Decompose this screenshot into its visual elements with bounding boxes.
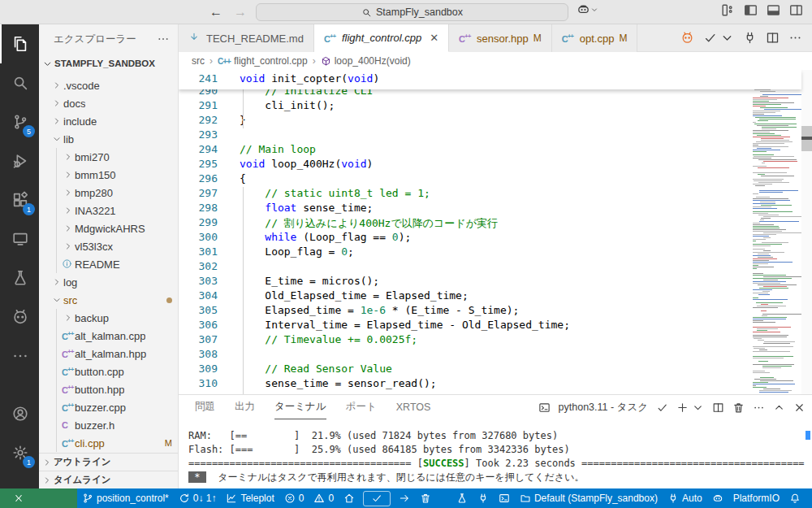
statusbar-pio-build[interactable] [363, 491, 391, 506]
tab-flight_control.cpp[interactable]: C++flight_control.cpp✕ [314, 24, 449, 52]
panel-tab-問題[interactable]: 問題 [195, 395, 215, 419]
terminal-task-label[interactable]: python3.11 - タスク [559, 401, 648, 415]
activity-search[interactable] [0, 63, 39, 102]
activity-settings[interactable]: 1 [0, 433, 39, 472]
tree-item-cli.cpp[interactable]: C++cli.cppM [39, 434, 179, 452]
activity-source-control[interactable]: 5 [0, 102, 39, 141]
section-タイムライン[interactable]: タイムライン [39, 471, 179, 488]
statusbar-pio-env[interactable]: Default (StampFly_sandbox) [515, 488, 663, 508]
panel-tab-ポート[interactable]: ポート [346, 395, 377, 419]
statusbar-git-sync[interactable]: 0↓ 1↑ [174, 488, 222, 508]
tree-item-docs[interactable]: docs [39, 94, 179, 112]
statusbar-pio-home[interactable] [339, 488, 360, 508]
forward-arrow-icon[interactable]: → [234, 5, 247, 20]
activity-remote-explorer[interactable] [0, 219, 39, 258]
ellipsis-icon[interactable] [753, 402, 765, 414]
breadcrumb[interactable]: src›C++flight_control.cpp›loop_400Hz(voi… [179, 52, 812, 70]
back-arrow-icon[interactable]: ← [209, 5, 222, 20]
panel-right-icon[interactable] [788, 2, 804, 18]
copilot-menu[interactable] [577, 2, 598, 16]
plug-icon[interactable] [743, 31, 757, 45]
more-actions-icon[interactable] [157, 33, 170, 46]
tree-item-buzzer.h[interactable]: Cbuzzer.h [39, 416, 179, 434]
tab-modified-badge: M [619, 33, 627, 44]
plus-icon[interactable] [676, 402, 689, 414]
chevron-down-icon [50, 134, 63, 144]
line-number: 294 [179, 143, 218, 158]
tree-item-bmi270[interactable]: bmi270 [39, 148, 179, 166]
tree-item-bmm150[interactable]: bmm150 [39, 166, 179, 184]
code-editor[interactable]: 241void init_copter(void) 290 // Initial… [179, 70, 812, 394]
chevron-down-icon[interactable] [692, 402, 704, 414]
activity-extensions[interactable]: 1 [0, 180, 39, 219]
command-center-search[interactable]: StampFly_sandbox [256, 3, 568, 21]
statusbar-platformio-status[interactable]: PlatformIO [728, 488, 784, 508]
activity-accounts[interactable] [0, 394, 39, 433]
statusbar-notifications[interactable] [784, 488, 806, 508]
tree-item-alt_kalman.hpp[interactable]: C++alt_kalman.hpp [39, 345, 179, 363]
tree-item-button.hpp[interactable]: C++button.hpp [39, 380, 179, 398]
close-icon[interactable]: ✕ [430, 32, 438, 44]
statusbar-pio-serial-monitor[interactable] [473, 488, 494, 508]
tree-item-vl53l3cx[interactable]: vl53l3cx [39, 237, 179, 255]
panel-tab-XRTOS[interactable]: XRTOS [396, 395, 431, 419]
tree-item-bmp280[interactable]: bmp280 [39, 184, 179, 202]
statusbar-pio-terminal[interactable] [494, 488, 515, 508]
ellipsis-icon[interactable] [788, 31, 802, 45]
statusbar-errors[interactable]: 0 [279, 488, 309, 508]
section-アウトライン[interactable]: アウトライン [39, 453, 179, 471]
tree-item-src[interactable]: src [39, 291, 179, 309]
tab-opt.cpp[interactable]: C++opt.cppM [552, 24, 638, 52]
minimap[interactable] [751, 70, 801, 394]
tree-item-INA3221[interactable]: INA3221 [39, 202, 179, 219]
tree-item-MdgwickAHRS[interactable]: MdgwickAHRS [39, 219, 179, 237]
tree-item-README[interactable]: README [39, 255, 179, 273]
tree-item-buzzer.cpp[interactable]: C++buzzer.cpp [39, 398, 179, 416]
activity-platformio[interactable] [0, 297, 39, 336]
statusbar-warnings[interactable]: 0 [309, 488, 339, 508]
statusbar-pio-upload[interactable] [394, 488, 415, 508]
tree-item-include[interactable]: include [39, 112, 179, 130]
split-icon[interactable] [712, 402, 724, 414]
split-icon[interactable] [766, 31, 780, 45]
tree-item-lib[interactable]: lib [39, 130, 179, 148]
activity-more[interactable] [0, 336, 39, 376]
editor-scrollbar[interactable] [801, 70, 812, 394]
terminal-output[interactable]: RAM: [== ] 21.9% (used 71824 bytes from … [188, 429, 805, 484]
chevron-down-icon[interactable] [720, 31, 734, 45]
sticky-scroll-line[interactable]: 241void init_copter(void) [179, 70, 801, 89]
tree-item-button.cpp[interactable]: C++button.cpp [39, 363, 179, 380]
statusbar-port-auto[interactable]: Auto [663, 488, 707, 508]
activity-run-debug[interactable] [0, 141, 39, 180]
statusbar-pio-clean[interactable] [415, 488, 436, 508]
statusbar-teleplot[interactable]: Teleplot [221, 488, 279, 508]
layout-icon[interactable] [720, 2, 736, 18]
tab-sensor.hpp[interactable]: C++sensor.hppM [449, 24, 552, 52]
tree-root-stampfly-sandbox[interactable]: STAMPFLY_SANDBOX [39, 54, 178, 73]
panel-tab-ターミナル[interactable]: ターミナル [274, 395, 326, 419]
tree-item-backup[interactable]: backup [39, 309, 179, 327]
breadcrumb-item-loop_400Hz(void)[interactable]: loop_400Hz(void) [335, 55, 411, 67]
breadcrumb-item-src[interactable]: src [192, 55, 205, 67]
close-icon[interactable] [793, 402, 806, 414]
chevron-up-icon[interactable] [773, 402, 785, 414]
breadcrumb-item-flight_control.cpp[interactable]: flight_control.cpp [234, 55, 308, 67]
tab-TECH_README.md[interactable]: TECH_README.md [179, 24, 314, 52]
check-icon[interactable] [656, 402, 668, 414]
panel-left-icon[interactable] [743, 2, 758, 18]
panel-bottom-icon[interactable] [766, 2, 781, 18]
alien-icon[interactable] [680, 31, 694, 45]
activity-explorer[interactable] [0, 24, 39, 63]
tree-item-alt_kalman.cpp[interactable]: C++alt_kalman.cpp [39, 327, 179, 345]
warning-icon [313, 493, 325, 504]
check-icon[interactable] [703, 31, 717, 45]
statusbar-remote-indicator[interactable] [0, 488, 77, 508]
activity-testing[interactable] [0, 258, 39, 297]
tree-item-.vscode[interactable]: .vscode [39, 76, 179, 94]
panel-tab-出力[interactable]: 出力 [235, 395, 255, 419]
statusbar-git-branch[interactable]: position_control* [77, 488, 174, 508]
statusbar-copilot-status[interactable] [707, 488, 728, 508]
statusbar-pio-test[interactable] [451, 488, 473, 508]
tree-item-log[interactable]: log [39, 273, 179, 291]
trash-icon[interactable] [732, 402, 745, 414]
